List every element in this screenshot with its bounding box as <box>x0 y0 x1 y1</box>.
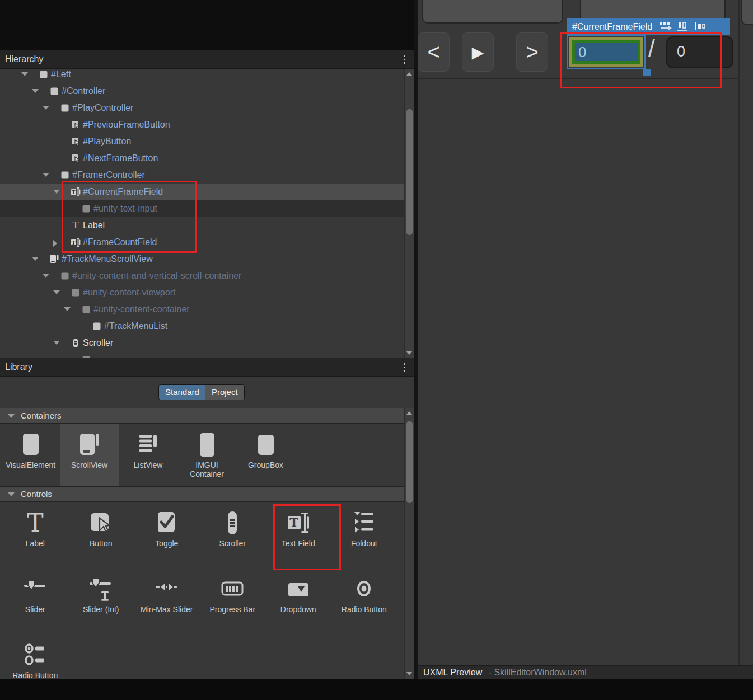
next-frame-button[interactable]: > <box>516 32 548 72</box>
library-item-label: Slider <box>25 605 45 614</box>
frame-separator: / <box>648 35 655 62</box>
library-item-scroller[interactable]: Scroller <box>200 502 266 568</box>
canvas-element-placeholder[interactable] <box>741 0 753 25</box>
svg-text:T: T <box>27 511 43 535</box>
scrollview-icon <box>49 254 59 264</box>
controls-foldout[interactable]: Controls <box>0 486 404 502</box>
hierarchy-item-framecountfield[interactable]: T#FrameCountField <box>0 234 404 251</box>
hierarchy-item-currentframefield[interactable]: T#CurrentFrameField <box>0 184 404 200</box>
hierarchy-item-clipped[interactable] <box>0 351 404 358</box>
library-item-listview[interactable]: ListView <box>119 424 177 486</box>
hierarchy-title: Hierarchy <box>5 54 43 64</box>
current-frame-input[interactable]: 0 <box>575 43 638 61</box>
expander-down-icon[interactable] <box>43 274 49 278</box>
play-button[interactable]: ▶ <box>462 32 494 72</box>
library-item-imgui-container[interactable]: IMGUI Container <box>177 424 236 486</box>
hierarchy-item-playcontroller[interactable]: #PlayController <box>0 100 404 116</box>
hierarchy-item-label: #Controller <box>62 86 105 97</box>
hierarchy-item-label: #PlayButton <box>83 136 131 147</box>
hierarchy-item-left[interactable]: #Left <box>0 69 404 83</box>
frame-count-field[interactable]: 0 <box>666 36 733 68</box>
hierarchy-item-label[interactable]: TLabel <box>0 217 404 234</box>
hierarchy-item-nextframebutton[interactable]: #NextFrameButton <box>0 150 404 167</box>
library-item-radio-button-group[interactable]: Radio Button Group <box>2 634 68 679</box>
foldout-triangle-icon <box>8 414 15 418</box>
hierarchy-scrollbar-thumb[interactable] <box>406 109 413 235</box>
overlay-dots-arrow-icon[interactable] <box>659 22 672 31</box>
library-item-label: Button <box>90 539 112 548</box>
library-item-button[interactable]: Button <box>68 502 134 568</box>
library-item-label: Foldout <box>351 539 377 548</box>
hierarchy-item-trackmenulist[interactable]: #TrackMenuList <box>0 318 404 335</box>
hierarchy-item-label: #unity-content-viewport <box>83 287 175 298</box>
element-icon <box>49 86 59 96</box>
canvas-edge-divider <box>738 0 740 666</box>
selection-overlay-icons <box>659 22 707 31</box>
expander-down-icon[interactable] <box>32 89 39 93</box>
library-item-toggle[interactable]: Toggle <box>134 502 200 568</box>
hierarchy-item-unity-content-container[interactable]: #unity-content-container <box>0 301 404 318</box>
expander-down-icon[interactable] <box>43 173 49 177</box>
library-item-dropdown[interactable]: Dropdown <box>265 568 331 634</box>
scroller-icon <box>221 510 244 536</box>
library-item-progress-bar[interactable]: Progress Bar <box>200 568 266 634</box>
element-icon <box>92 321 102 331</box>
hierarchy-item-label: #TrackMenuScrollView <box>62 253 153 265</box>
hierarchy-item-unity-content-and-vertical-scroll-container[interactable]: #unity-content-and-vertical-scroll-conta… <box>0 267 404 284</box>
expander-down-icon[interactable] <box>21 72 28 76</box>
library-item-groupbox[interactable]: GroupBox <box>236 424 295 486</box>
library-item-foldout[interactable]: Foldout <box>331 502 397 568</box>
library-scrollbar[interactable] <box>404 408 414 679</box>
scroll-up-icon[interactable] <box>406 72 412 76</box>
library-item-slider[interactable]: Slider <box>2 568 68 634</box>
tab-standard[interactable]: Standard <box>159 385 205 400</box>
library-scrollbar-thumb[interactable] <box>406 421 413 503</box>
hierarchy-item-controller[interactable]: #Controller <box>0 83 404 100</box>
svg-text:T: T <box>289 515 298 529</box>
svg-text:T: T <box>72 190 76 195</box>
expander-down-icon[interactable] <box>53 190 60 194</box>
hierarchy-item-label: #unity-content-and-vertical-scroll-conta… <box>72 270 241 281</box>
hierarchy-item-unity-content-viewport[interactable]: #unity-content-viewport <box>0 284 404 301</box>
overlay-bars-icon[interactable] <box>695 22 707 31</box>
tab-project[interactable]: Project <box>205 385 244 400</box>
containers-grid: VisualElementScrollViewListViewIMGUI Con… <box>0 424 404 486</box>
containers-foldout[interactable]: Containers <box>0 408 404 424</box>
expander-down-icon[interactable] <box>53 341 60 345</box>
hierarchy-item-playbutton[interactable]: #PlayButton <box>0 133 404 150</box>
library-item-radio-button[interactable]: Radio Button <box>331 568 397 634</box>
library-item-label[interactable]: TLabel <box>2 502 68 568</box>
library-item-label: ListView <box>134 461 163 469</box>
overlay-columns-icon[interactable] <box>677 22 690 31</box>
hierarchy-menu-icon[interactable] <box>404 55 405 57</box>
svg-text:T: T <box>72 240 76 246</box>
hierarchy-item-unity-text-input[interactable]: #unity-text-input <box>0 200 404 217</box>
selected-text-field[interactable]: 0 <box>567 35 646 69</box>
hierarchy-item-label: #unity-content-container <box>93 304 190 315</box>
hierarchy-item-previouframebutton[interactable]: #PreviouFrameButton <box>0 116 404 133</box>
scroll-up-icon[interactable] <box>406 411 412 415</box>
hierarchy-item-framercontroller[interactable]: #FramerController <box>0 167 404 184</box>
scroll-down-icon[interactable] <box>406 672 412 675</box>
library-item-visualelement[interactable]: VisualElement <box>1 424 60 486</box>
expander-down-icon[interactable] <box>43 106 49 110</box>
expander-down-icon[interactable] <box>53 290 60 294</box>
library-item-text-field[interactable]: TText Field <box>265 502 331 568</box>
scroll-down-icon[interactable] <box>406 351 412 355</box>
hierarchy-header: Hierarchy <box>0 50 414 69</box>
library-item-slider-int[interactable]: Slider (Int) <box>68 568 134 634</box>
expander-right-icon[interactable] <box>53 240 57 247</box>
library-item-min-max-slider[interactable]: Min-Max Slider <box>134 568 200 634</box>
previous-frame-button[interactable]: < <box>418 32 450 72</box>
hierarchy-item-trackmenuscrollview[interactable]: #TrackMenuScrollView <box>0 251 404 267</box>
canvas-element-placeholder[interactable] <box>422 0 563 24</box>
selection-header-bar[interactable]: #CurrentFrameField <box>567 18 730 35</box>
library-item-scrollview[interactable]: ScrollView <box>60 424 119 486</box>
element-dim-icon <box>60 271 70 281</box>
expander-down-icon[interactable] <box>32 257 39 261</box>
hierarchy-item-scroller[interactable]: Scroller <box>0 335 404 351</box>
library-menu-icon[interactable] <box>404 363 405 365</box>
selection-resize-handle[interactable] <box>643 69 651 76</box>
expander-down-icon[interactable] <box>64 307 71 311</box>
hierarchy-scrollbar[interactable] <box>404 69 414 358</box>
